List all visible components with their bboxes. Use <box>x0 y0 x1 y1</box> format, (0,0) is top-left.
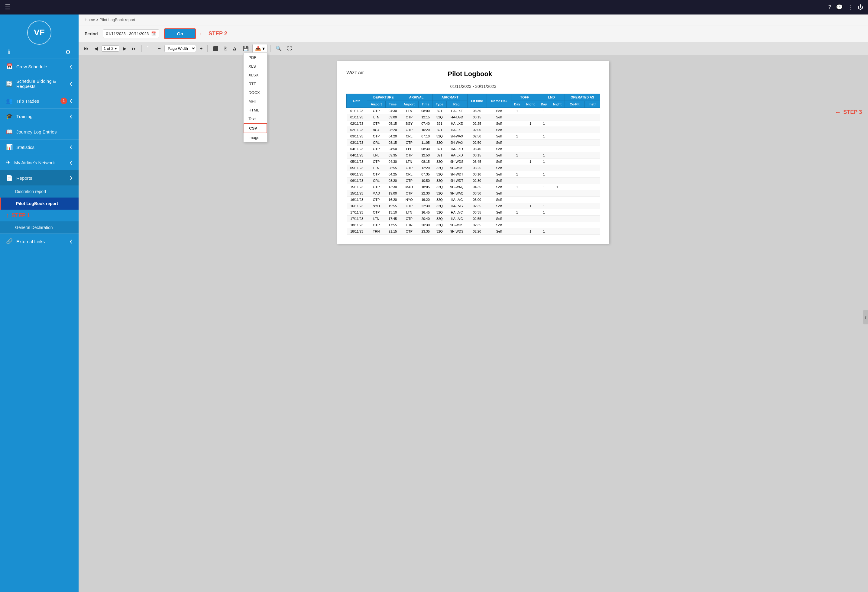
sidebar-item-journey-log[interactable]: 📖 Journey Log Entries <box>0 124 78 139</box>
breadcrumb-home[interactable]: Home <box>85 18 95 22</box>
table-row: 03/11/23CRL08:15OTP11:0532Q9H-WAX02:50Se… <box>347 140 600 146</box>
table-cell: NYO <box>400 197 418 203</box>
fit-page-button[interactable]: ⬜ <box>145 44 154 53</box>
table-cell: 04:35 <box>467 184 487 190</box>
breadcrumb-current: Pilot LogBook report <box>100 18 136 22</box>
export-option-rtf[interactable]: RTF <box>244 80 267 88</box>
prev-page-button[interactable]: ◀ <box>93 44 100 53</box>
top-bar-left: ☰ <box>5 3 11 11</box>
chat-icon[interactable]: 💬 <box>836 4 843 10</box>
page-selector[interactable]: 1 of 2 ▾ <box>102 45 119 52</box>
sidebar-item-reports[interactable]: 📄 Reports ❯ <box>0 170 78 186</box>
last-page-button[interactable]: ⏭ <box>130 45 139 53</box>
export-option-xlsx[interactable]: XLSX <box>244 71 267 80</box>
power-icon[interactable]: ⏻ <box>858 4 863 10</box>
help-icon[interactable]: ? <box>828 4 831 10</box>
page-dropdown-arrow[interactable]: ▾ <box>115 46 117 51</box>
export-option-docx[interactable]: DOCX <box>244 88 267 97</box>
my-airline-icon: ✈ <box>6 159 10 166</box>
table-cell <box>550 121 565 127</box>
table-cell: CRL <box>400 171 418 178</box>
zoom-out-button[interactable]: − <box>156 45 162 53</box>
table-row: 15/11/23MAD19:00OTP22:3032Q9H-WAQ03:30Se… <box>347 190 600 197</box>
pilot-logbook-label: Pilot LogBook report <box>16 201 58 206</box>
table-cell: 02:25 <box>467 121 487 127</box>
col-name-pic: Name PIC <box>487 94 511 108</box>
table-cell: 02:50 <box>467 133 487 140</box>
export-option-csv[interactable]: CSV <box>244 123 267 133</box>
sidebar-sub-item-discretion-report[interactable]: Discretion report <box>0 186 78 197</box>
col-toff-night: Night <box>523 101 538 108</box>
search-button[interactable]: 🔍 <box>274 44 283 53</box>
export-option-pdf[interactable]: PDF <box>244 53 267 62</box>
table-row: 16/11/23NYO19:55OTP22:3032QHA-LVG02:35Se… <box>347 203 600 209</box>
col-arr-airport: Airport <box>400 101 418 108</box>
table-cell <box>565 178 585 184</box>
sidebar-item-statistics[interactable]: 📊 Statistics ❮ <box>0 139 78 155</box>
table-cell <box>538 140 550 146</box>
table-cell <box>511 216 523 222</box>
collapse-handle[interactable]: ❮ <box>863 310 868 324</box>
table-row: 04/11/23OTP04:50LPL08:30321HA-LXD03:40Se… <box>347 146 600 152</box>
export-option-html[interactable]: HTML <box>244 106 267 115</box>
export-option-mht[interactable]: MHT <box>244 97 267 106</box>
copy-button[interactable]: ⎘ <box>222 45 229 53</box>
table-cell: HA-LXD <box>446 146 467 152</box>
table-cell: 02:35 <box>467 222 487 228</box>
trip-trades-badge: 1 <box>61 97 67 104</box>
table-row: 02/11/23OTP05:15BGY07:40321HA-LXE02:25Se… <box>347 121 600 127</box>
sidebar-item-schedule-bidding[interactable]: 🔄 Schedule Bidding & Requests ❮ <box>0 74 78 93</box>
print-button[interactable]: 🖨 <box>230 45 239 53</box>
sidebar-item-crew-schedule[interactable]: 📅 Crew Schedule ❮ <box>0 59 78 74</box>
fullscreen-button[interactable]: ⛶ <box>285 45 294 53</box>
settings-icon[interactable]: ⚙ <box>65 48 71 56</box>
top-bar-right: ? 💬 ⋮ ⏻ <box>828 4 863 10</box>
sidebar-sub-item-pilot-logbook[interactable]: Pilot LogBook report <box>0 197 78 210</box>
table-cell: 04:50 <box>386 146 400 152</box>
export-option-xls[interactable]: XLS <box>244 62 267 71</box>
table-cell: 18/11/23 <box>347 222 367 228</box>
first-page-button[interactable]: ⏮ <box>82 45 91 53</box>
table-cell <box>565 171 585 178</box>
report-header: Wizz Air Pilot Logbook <box>346 70 600 78</box>
table-cell: MAD <box>400 184 418 190</box>
table-cell: OTP <box>367 159 386 165</box>
table-row: 05/11/23LTN08:55OTP12:2032Q9H-WDS03:25Se… <box>347 165 600 171</box>
sidebar-sub-item-general-declaration[interactable]: General Declaration <box>0 221 78 233</box>
period-value: 01/11/2023 - 30/11/2023 <box>106 31 149 36</box>
table-cell: Self <box>487 108 511 114</box>
table-row: 16/11/23OTP16:20NYO19:2032QHA-LVG03:00Se… <box>347 197 600 203</box>
export-option-image[interactable]: Image <box>244 133 267 142</box>
calendar-icon[interactable]: 📅 <box>151 31 156 36</box>
hamburger-icon[interactable]: ☰ <box>5 3 11 11</box>
table-cell: 32Q <box>433 209 446 216</box>
table-cell: 05/11/23 <box>347 165 367 171</box>
go-button[interactable]: Go <box>164 28 196 39</box>
table-cell: 06/11/23 <box>347 171 367 178</box>
table-cell <box>565 197 585 203</box>
table-cell: 01/11/23 <box>347 114 367 121</box>
fit-width-button[interactable]: ⬛ <box>211 44 220 53</box>
export-button[interactable]: 📤 ▾ <box>252 44 267 53</box>
next-page-button[interactable]: ▶ <box>121 44 128 53</box>
table-cell <box>538 216 550 222</box>
period-input[interactable]: 01/11/2023 - 30/11/2023 📅 <box>103 29 159 38</box>
table-cell: LTN <box>367 165 386 171</box>
table-cell: LTN <box>400 108 418 114</box>
save-button[interactable]: 💾 <box>241 44 251 53</box>
sidebar-item-trip-trades[interactable]: 👥 Trip Trades 1 ❮ <box>0 93 78 108</box>
sidebar-item-my-airline[interactable]: ✈ My Airline's Network ❮ <box>0 155 78 170</box>
table-cell <box>511 197 523 203</box>
sidebar-item-external-links[interactable]: 🔗 External Links ❮ <box>0 233 78 249</box>
table-cell <box>585 178 600 184</box>
table-cell: 32Q <box>433 140 446 146</box>
table-cell: OTP <box>367 171 386 178</box>
zoom-in-button[interactable]: + <box>198 45 204 53</box>
table-cell: 1 <box>538 171 550 178</box>
table-cell: 32Q <box>433 133 446 140</box>
export-option-text[interactable]: Text <box>244 115 267 123</box>
more-options-icon[interactable]: ⋮ <box>847 4 853 10</box>
page-width-select[interactable]: Page Width Whole Page 50% 75% 100% 150% … <box>164 45 196 52</box>
sidebar-item-training[interactable]: 🎓 Training ❮ <box>0 108 78 124</box>
info-icon[interactable]: ℹ <box>8 48 10 56</box>
